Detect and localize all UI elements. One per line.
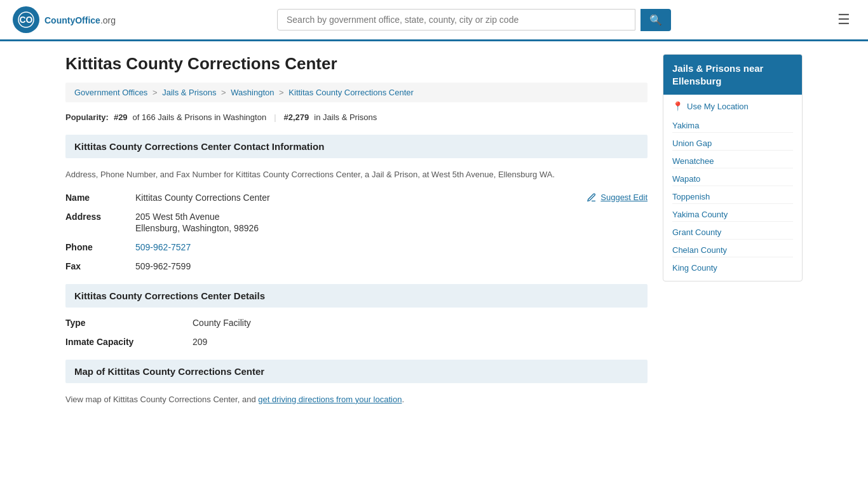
search-area: 🔍 bbox=[277, 9, 671, 31]
address-line1: 205 West 5th Avenue bbox=[135, 212, 259, 222]
sidebar-header: Jails & Prisons near Ellensburg bbox=[663, 55, 802, 95]
fax-label: Fax bbox=[65, 261, 135, 271]
capacity-value: 209 bbox=[193, 337, 207, 347]
contact-section: Kittitas County Corrections Center Conta… bbox=[65, 135, 648, 271]
details-section-header: Kittitas County Corrections Center Detai… bbox=[65, 284, 648, 308]
suggest-edit-link[interactable]: Suggest Edit bbox=[587, 193, 648, 203]
breadcrumb-sep2: > bbox=[221, 88, 228, 97]
fax-row: Fax 509-962-7599 bbox=[65, 261, 648, 271]
map-description: View map of Kittitas County Corrections … bbox=[65, 393, 648, 406]
name-row: Name Kittitas County Corrections Center … bbox=[65, 193, 648, 203]
breadcrumb-sep1: > bbox=[153, 88, 159, 97]
popularity-rank: #29 bbox=[114, 112, 128, 122]
popularity-bar: Popularity: #29 of 166 Jails & Prisons i… bbox=[65, 112, 648, 122]
type-row: Type County Facility bbox=[65, 318, 648, 328]
sidebar-link-union-gap[interactable]: Union Gap bbox=[672, 137, 793, 151]
sidebar-links: Yakima Union Gap Wenatchee Wapato Toppen… bbox=[672, 119, 793, 274]
suggest-edit-icon bbox=[587, 193, 597, 203]
search-icon: 🔍 bbox=[649, 15, 662, 25]
page-title: Kittitas County Corrections Center bbox=[65, 54, 648, 74]
address-row: Address 205 West 5th Avenue Ellensburg, … bbox=[65, 212, 648, 233]
suggest-edit-label: Suggest Edit bbox=[600, 193, 648, 202]
use-location-button[interactable]: 📍 Use My Location bbox=[672, 101, 749, 111]
breadcrumb-current[interactable]: Kittitas County Corrections Center bbox=[288, 88, 414, 97]
address-label: Address bbox=[65, 212, 135, 222]
map-desc-start: View map of Kittitas County Corrections … bbox=[65, 395, 256, 404]
logo-area[interactable]: CO CountyOffice.org bbox=[13, 6, 116, 33]
popularity-rank2-text: in Jails & Prisons bbox=[314, 112, 377, 122]
capacity-label: Inmate Capacity bbox=[65, 337, 193, 347]
breadcrumb-jails[interactable]: Jails & Prisons bbox=[162, 88, 216, 97]
sidebar-link-toppenish[interactable]: Toppenish bbox=[672, 190, 793, 204]
sidebar-link-yakima-county[interactable]: Yakima County bbox=[672, 208, 793, 222]
map-section: Map of Kittitas County Corrections Cente… bbox=[65, 360, 648, 406]
phone-value: 509-962-7527 bbox=[135, 242, 191, 252]
content-area: Kittitas County Corrections Center Gover… bbox=[65, 54, 648, 418]
main-container: Kittitas County Corrections Center Gover… bbox=[53, 41, 815, 431]
contact-description: Address, Phone Number, and Fax Number fo… bbox=[65, 168, 648, 181]
type-value: County Facility bbox=[193, 318, 251, 328]
sidebar-link-grant-county[interactable]: Grant County bbox=[672, 226, 793, 240]
use-location-label: Use My Location bbox=[687, 102, 749, 111]
sidebar-box: Jails & Prisons near Ellensburg 📍 Use My… bbox=[663, 54, 803, 281]
popularity-rank-text: of 166 Jails & Prisons in Washington bbox=[133, 112, 267, 122]
details-section: Kittitas County Corrections Center Detai… bbox=[65, 284, 648, 347]
map-section-header: Map of Kittitas County Corrections Cente… bbox=[65, 360, 648, 383]
logo-text: CountyOffice.org bbox=[44, 13, 116, 27]
popularity-rank2: #2,279 bbox=[284, 112, 309, 122]
breadcrumb-washington[interactable]: Washington bbox=[231, 88, 274, 97]
sidebar-link-yakima[interactable]: Yakima bbox=[672, 119, 793, 133]
svg-text:CO: CO bbox=[20, 15, 33, 25]
popularity-divider: | bbox=[274, 112, 276, 122]
name-label: Name bbox=[65, 193, 135, 203]
sidebar-link-wapato[interactable]: Wapato bbox=[672, 172, 793, 186]
breadcrumb-gov-offices[interactable]: Government Offices bbox=[74, 88, 147, 97]
phone-label: Phone bbox=[65, 242, 135, 252]
location-pin-icon: 📍 bbox=[672, 101, 683, 111]
map-desc-end: . bbox=[402, 395, 404, 404]
contact-section-header: Kittitas County Corrections Center Conta… bbox=[65, 135, 648, 158]
sidebar-link-king-county[interactable]: King County bbox=[672, 261, 793, 274]
sidebar-link-wenatchee[interactable]: Wenatchee bbox=[672, 154, 793, 168]
hamburger-icon: ☰ bbox=[837, 11, 850, 27]
capacity-row: Inmate Capacity 209 bbox=[65, 337, 648, 347]
breadcrumb: Government Offices > Jails & Prisons > W… bbox=[65, 83, 648, 102]
sidebar-link-chelan-county[interactable]: Chelan County bbox=[672, 243, 793, 257]
phone-row: Phone 509-962-7527 bbox=[65, 242, 648, 252]
popularity-label: Popularity: bbox=[65, 112, 109, 122]
type-label: Type bbox=[65, 318, 193, 328]
sidebar: Jails & Prisons near Ellensburg 📍 Use My… bbox=[663, 54, 803, 418]
logo-icon: CO bbox=[13, 6, 39, 33]
site-header: CO CountyOffice.org 🔍 ☰ bbox=[0, 0, 868, 41]
driving-directions-link[interactable]: get driving directions from your locatio… bbox=[258, 395, 402, 404]
address-line2: Ellensburg, Washington, 98926 bbox=[135, 223, 259, 233]
phone-link[interactable]: 509-962-7527 bbox=[135, 242, 191, 252]
name-value: Kittitas County Corrections Center bbox=[135, 193, 270, 203]
sidebar-content: 📍 Use My Location Yakima Union Gap Wenat… bbox=[663, 95, 802, 281]
menu-button[interactable]: ☰ bbox=[832, 9, 855, 30]
search-input[interactable] bbox=[277, 9, 635, 30]
fax-value: 509-962-7599 bbox=[135, 261, 191, 271]
breadcrumb-sep3: > bbox=[279, 88, 286, 97]
search-button[interactable]: 🔍 bbox=[641, 9, 671, 31]
address-value: 205 West 5th Avenue Ellensburg, Washingt… bbox=[135, 212, 259, 233]
